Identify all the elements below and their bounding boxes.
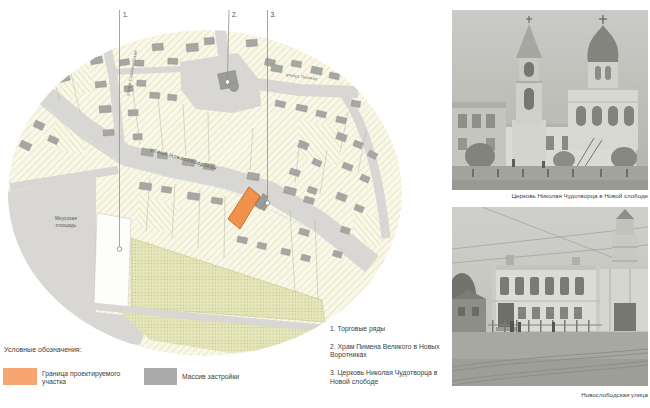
miusskaya-square-label-line1: Миусская (55, 216, 77, 221)
list-item-3-num: 3. (330, 369, 336, 376)
list-item-1-num: 1. (330, 325, 336, 332)
marker-dot-3 (265, 201, 270, 206)
map-oval: улица Новослободская улица Селезневская … (6, 28, 402, 356)
list-item-1: 1. Торговые ряды (330, 325, 458, 333)
legend-swatch-building-massif (144, 368, 177, 385)
presentation-board: улица Новослободская улица Селезневская … (0, 0, 650, 408)
photo-church-image (452, 10, 648, 190)
marker-number-1: 1. (123, 11, 129, 18)
map-key-list: 1. Торговые ряды 2. Храм Пимена Великого… (330, 325, 458, 396)
marker-dot-1 (117, 247, 122, 252)
legend-swatch-project-site (3, 368, 37, 385)
list-item-3-text: Церковь Николая Чудотворца в Новой слобо… (330, 369, 437, 384)
legend-label-building-massif: Массив застройки (182, 373, 239, 380)
photo-street-caption: Новослободская улица (452, 391, 648, 398)
marker-number-2: 2. (232, 11, 238, 18)
list-item-1-text: Торговые ряды (338, 325, 386, 332)
legend-label-project-site: Граница проектируемого участка (42, 370, 134, 386)
miusskaya-square-label-line2: площадь (56, 223, 77, 228)
list-item-2: 2. Храм Пимена Великого в Новых Воротник… (330, 343, 458, 360)
photo-street-image (452, 207, 648, 386)
photo-street (452, 207, 648, 386)
marker-dot-2 (225, 80, 230, 85)
list-item-2-text: Храм Пимена Великого в Новых Воротниках (330, 343, 440, 358)
photo-church-caption: Церковь Николая Чудотворца в Новой слобо… (452, 192, 648, 199)
marker-number-3: 3. (271, 11, 277, 18)
list-item-2-num: 2. (330, 343, 336, 350)
photo-church (452, 10, 648, 190)
legend-title: Условные обозначения: (4, 346, 82, 353)
list-item-3: 3. Церковь Николая Чудотворца в Новой сл… (330, 369, 458, 386)
white-parcel (94, 213, 131, 308)
